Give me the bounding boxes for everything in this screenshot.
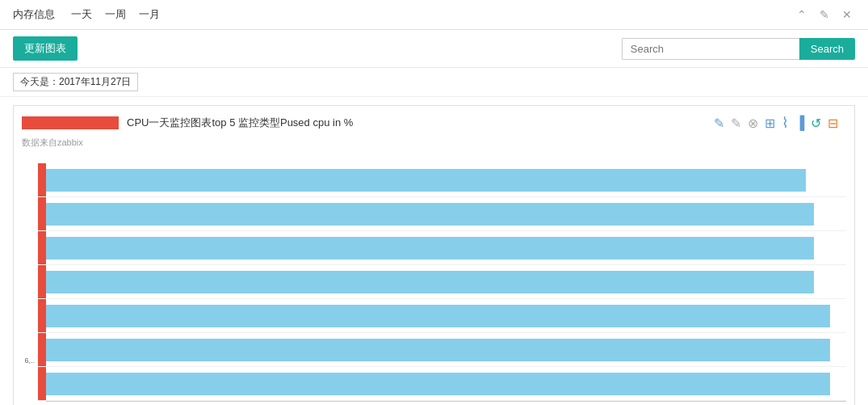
search-area: Search [622,38,855,60]
chart-header: CPU一天监控图表top 5 监控类型Pused cpu in % ✎ ✎ ⊗ … [14,114,846,137]
pin-button[interactable]: ⌃ [794,6,810,23]
chart-area: 6,.. [14,155,846,405]
table-row [38,197,846,231]
nav-week[interactable]: 一周 [105,7,126,22]
table-row [38,367,846,401]
chart-title-redacted [22,116,119,129]
date-bar: 今天是：2017年11月27日 [0,68,868,97]
x-axis: 0 10,000 20,000 30,000 40,000 [46,401,846,405]
chart-source: 数据来自zabbix [14,137,846,152]
plot-area: 0 10,000 20,000 30,000 40,000 [38,155,846,405]
y-label-6: 6,.. [24,331,35,365]
chart-title: CPU一天监控图表top 5 监控类型Pused cpu in % [127,116,353,130]
close-button[interactable]: ✕ [839,6,855,23]
bar-chart-icon[interactable]: ▐ [795,116,804,130]
bar-red-1 [38,163,46,196]
bar-fill-7 [46,373,830,395]
top-bar: 内存信息 一天 一周 一月 ⌃ ✎ ✕ [0,0,868,30]
chart-icons: ✎ ✎ ⊗ ⊞ ⌇ ▐ ↺ ⊟ [714,114,838,132]
bar-red-5 [38,299,46,332]
bar-fill-1 [46,169,806,192]
bar-red-2 [38,197,46,230]
nav-day[interactable]: 一天 [71,7,92,22]
table-icon[interactable]: ⊞ [765,116,775,131]
edit-icon[interactable]: ✎ [714,116,724,131]
y-axis: 6,.. [14,155,38,405]
bars-area [38,155,846,401]
edit-window-button[interactable]: ✎ [816,6,832,23]
bar-red-7 [38,367,46,400]
page-title: 内存信息 [13,7,55,22]
table-row [38,265,846,299]
table-row [38,163,846,197]
edit2-icon[interactable]: ✎ [731,116,741,131]
bar-red-3 [38,231,46,264]
bar-red-6 [38,333,46,366]
bar-fill-5 [46,305,830,327]
toolbar: 更新图表 Search [0,30,868,68]
save-icon[interactable]: ⊟ [828,116,838,131]
window-controls: ⌃ ✎ ✕ [794,6,855,23]
table-row [38,333,846,367]
table-row [38,299,846,333]
nav-month[interactable]: 一月 [139,7,160,22]
table-row [38,231,846,265]
content-area: CPU一天监控图表top 5 监控类型Pused cpu in % ✎ ✎ ⊗ … [0,97,868,405]
search-input[interactable] [622,38,799,60]
line-chart-icon[interactable]: ⌇ [782,114,789,132]
refresh-icon[interactable]: ↺ [811,116,821,131]
chart-container: CPU一天监控图表top 5 监控类型Pused cpu in % ✎ ✎ ⊗ … [13,105,855,405]
bar-red-4 [38,265,46,298]
bar-fill-2 [46,203,814,226]
search-button[interactable]: Search [799,38,855,60]
today-date: 今天是：2017年11月27日 [13,73,138,91]
top-nav: 一天 一周 一月 [71,7,794,22]
delete-icon[interactable]: ⊗ [748,116,758,131]
update-chart-button[interactable]: 更新图表 [13,36,78,61]
bar-fill-3 [46,237,814,259]
bar-fill-6 [46,339,830,361]
bar-fill-4 [46,271,814,293]
